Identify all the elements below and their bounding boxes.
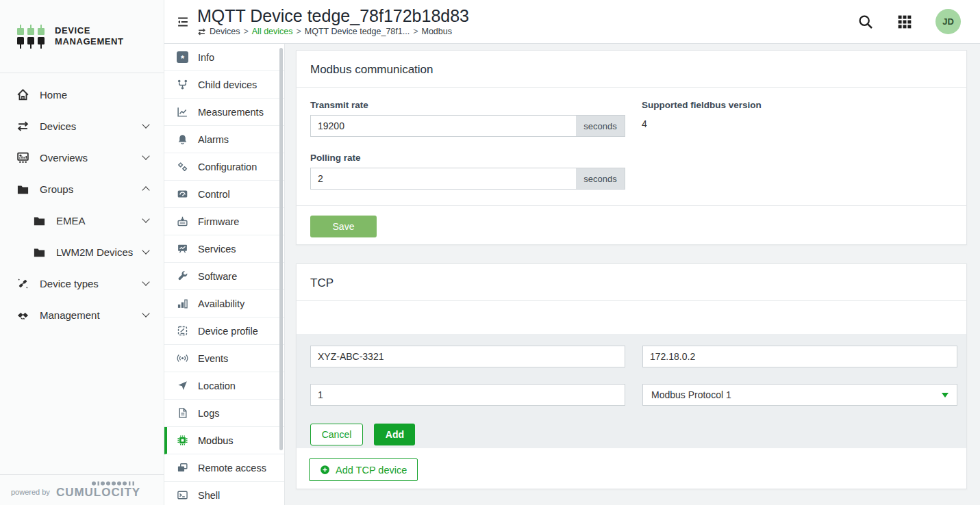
device-tab-events[interactable]: Events <box>164 345 284 372</box>
device-tab-label: Alarms <box>198 134 229 145</box>
firmware-icon <box>177 216 188 227</box>
tcp-device-address-input[interactable] <box>310 384 625 406</box>
device-tab-modbus[interactable]: Modbus <box>164 427 284 454</box>
sidebar-item-groups[interactable]: Groups <box>0 173 164 205</box>
save-button[interactable]: Save <box>310 216 377 237</box>
device-tab-label: Child devices <box>198 79 257 90</box>
powered-by-label: powered by <box>11 488 50 498</box>
sidebar-item-devices[interactable]: Devices <box>0 110 164 142</box>
home-icon <box>16 88 29 101</box>
sidebar-item-lwm2m-devices[interactable]: LWM2M Devices <box>0 236 164 268</box>
folder-icon <box>33 246 46 259</box>
device-profile-icon <box>177 325 188 337</box>
device-tab-logs[interactable]: Logs <box>164 400 284 427</box>
add-tcp-device-label: Add TCP device <box>336 465 407 476</box>
folder-icon <box>33 214 46 227</box>
breadcrumb: Devices > All devices > MQTT Device tedg… <box>197 27 857 36</box>
tcp-protocol-select[interactable]: Modbus Protocol 1 <box>642 384 957 406</box>
devices-swap-icon <box>16 120 29 133</box>
add-tcp-device-button[interactable]: Add TCP device <box>309 458 418 481</box>
configuration-gears-icon <box>177 161 188 172</box>
tcp-protocol-selected-value: Modbus Protocol 1 <box>651 389 942 400</box>
chevron-down-icon <box>142 215 149 222</box>
device-tab-label: Location <box>198 380 236 391</box>
breadcrumb-item-all-devices[interactable]: All devices <box>252 27 293 36</box>
breadcrumb-item-device[interactable]: MQTT Device tedge_78f1... <box>305 27 410 36</box>
device-tab-services[interactable]: Services <box>164 235 284 263</box>
device-tab-availability[interactable]: Availability <box>164 290 284 318</box>
device-tab-label: Measurements <box>198 107 264 118</box>
sidebar-item-label: Management <box>40 309 143 321</box>
device-tab-label: Device profile <box>198 326 258 337</box>
sidebar-item-label: Home <box>40 89 149 101</box>
device-tab-child-devices[interactable]: Child devices <box>164 71 284 99</box>
breadcrumb-separator: > <box>243 27 248 36</box>
sidebar-nav: Home Devices Overviews Groups EMEA <box>0 73 164 331</box>
device-tab-info[interactable]: * Info <box>164 44 284 71</box>
collapse-nav-icon <box>176 15 190 29</box>
sidebar-item-home[interactable]: Home <box>0 79 164 110</box>
device-tab-alarms[interactable]: Alarms <box>164 126 284 153</box>
brand-line2: MANAGEMENT <box>55 36 124 47</box>
device-tab-label: Availability <box>198 298 244 309</box>
device-tab-label: Configuration <box>198 161 257 172</box>
device-tab-location[interactable]: Location <box>164 372 284 400</box>
caret-down-icon <box>942 393 948 398</box>
brand-logo: DEVICE MANAGEMENT <box>0 0 164 73</box>
device-tab-measurements[interactable]: Measurements <box>164 99 284 126</box>
search-button[interactable] <box>857 14 874 30</box>
modbus-card-left-column: Transmit rate seconds Polling rate secon… <box>310 100 625 205</box>
logs-icon <box>177 407 188 419</box>
add-button[interactable]: Add <box>374 424 415 445</box>
breadcrumb-item-devices[interactable]: Devices <box>210 27 240 36</box>
device-tab-label: Logs <box>198 408 219 419</box>
alarms-bell-icon <box>177 133 188 145</box>
device-tab-software[interactable]: Software <box>164 263 284 290</box>
measurements-icon <box>177 106 188 118</box>
sidebar-item-device-types[interactable]: Device types <box>0 268 164 299</box>
powered-by-footer: powered by CUMULOCITY <box>0 474 164 505</box>
tcp-device-ip-input[interactable] <box>642 346 957 367</box>
modbus-chip-icon <box>177 435 188 446</box>
chevron-down-icon <box>142 278 149 285</box>
device-tab-firmware[interactable]: Firmware <box>164 208 284 235</box>
sidebar-item-management[interactable]: Management <box>0 299 164 331</box>
cumulocity-logo-text: CUMULOCITY <box>56 487 140 498</box>
breadcrumb-separator: > <box>413 27 418 36</box>
events-icon <box>177 352 188 364</box>
sidebar-item-label: Device types <box>40 278 143 289</box>
device-tab-control[interactable]: Control <box>164 181 284 208</box>
device-tab-label: Info <box>198 52 214 63</box>
main-sidebar: DEVICE MANAGEMENT Home Devices Overviews <box>0 0 164 505</box>
cancel-button[interactable]: Cancel <box>310 424 363 445</box>
sidebar-item-overviews[interactable]: Overviews <box>0 142 164 173</box>
sidebar-item-label: LWM2M Devices <box>56 246 143 258</box>
device-tab-label: Modbus <box>198 435 234 446</box>
device-tab-label: Control <box>198 189 230 200</box>
transmit-rate-unit: seconds <box>576 115 625 137</box>
device-management-logo-icon <box>15 22 47 51</box>
tcp-device-name-input[interactable] <box>310 346 625 367</box>
page-title: MQTT Device tedge_78f172b18d83 <box>197 7 857 26</box>
polling-rate-label: Polling rate <box>310 153 625 163</box>
modbus-card-right-column: Supported fieldbus version 4 <box>642 100 953 205</box>
modbus-card-title: Modbus communication <box>297 51 966 88</box>
transmit-rate-input[interactable] <box>310 115 576 137</box>
sidebar-item-label: Groups <box>40 183 143 195</box>
tcp-card-spacer <box>297 301 966 334</box>
chevron-down-icon <box>142 120 149 128</box>
device-tab-remote-access[interactable]: Remote access <box>164 454 284 482</box>
app-switcher-button[interactable] <box>897 14 912 29</box>
device-tab-label: Shell <box>198 490 220 501</box>
device-nav-scrollbar[interactable] <box>279 48 283 450</box>
device-tab-configuration[interactable]: Configuration <box>164 153 284 181</box>
breadcrumb-item-modbus: Modbus <box>421 27 451 36</box>
sidebar-item-emea[interactable]: EMEA <box>0 205 164 236</box>
collapse-nav-button[interactable] <box>174 13 192 31</box>
user-avatar[interactable]: JD <box>935 9 961 34</box>
tcp-card: TCP Modbus Protocol 1 Cancel Add <box>296 263 967 489</box>
plug-icon <box>16 277 29 290</box>
device-tab-shell[interactable]: Shell <box>164 482 284 505</box>
polling-rate-input[interactable] <box>310 168 576 190</box>
device-tab-device-profile[interactable]: Device profile <box>164 318 284 345</box>
